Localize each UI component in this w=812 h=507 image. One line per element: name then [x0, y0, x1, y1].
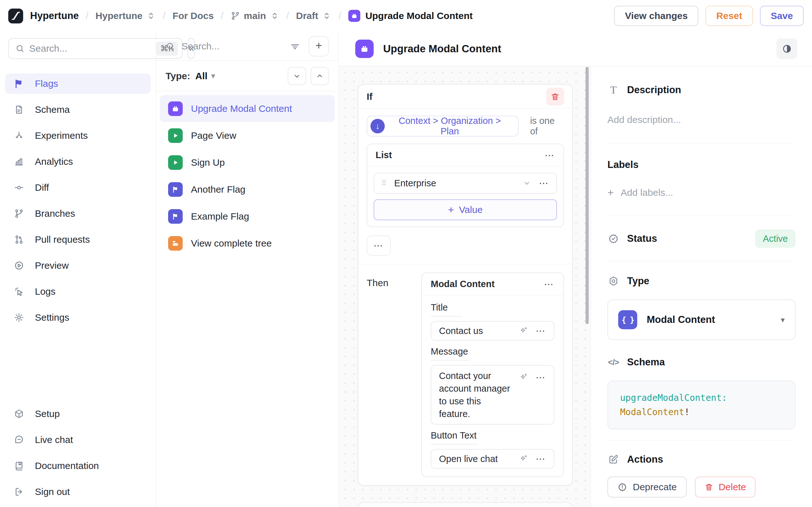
- list-box: List ⋯ ⠿ Enterprise ⋯: [367, 144, 564, 227]
- sidebar-item-label: Logs: [35, 286, 55, 297]
- sidebar-item-label: Diff: [35, 182, 49, 193]
- schema-section: </> Schema upgradeModalContent: ModalCon…: [607, 340, 796, 441]
- brand-title[interactable]: Hypertune: [30, 10, 79, 21]
- sidebar-item-flags[interactable]: Flags: [5, 73, 151, 94]
- toggle-panel-button[interactable]: [776, 38, 798, 59]
- sidebar: ⌘K « Flags Schema Experiments: [0, 32, 156, 507]
- condition-path: Context > Organization > Plan: [390, 116, 510, 136]
- field-more-button[interactable]: ⋯: [536, 373, 546, 382]
- add-value-button[interactable]: + Value: [374, 199, 557, 220]
- flag-item-sign-up[interactable]: Sign Up: [160, 149, 335, 176]
- ai-suggest-button[interactable]: [519, 326, 528, 336]
- deprecate-button[interactable]: Deprecate: [607, 476, 687, 498]
- add-labels-button[interactable]: + Add labels...: [607, 186, 673, 199]
- breadcrumb-branch[interactable]: main: [231, 10, 280, 21]
- condition-field[interactable]: ↓ Context > Organization > Plan: [367, 116, 519, 136]
- diff-commit-icon: [13, 182, 25, 193]
- caret-down-icon: ▾: [780, 315, 785, 325]
- button-text-input[interactable]: Open live chat ⋯: [431, 449, 554, 469]
- title-input[interactable]: Contact us ⋯: [431, 321, 554, 341]
- save-button[interactable]: Save: [760, 6, 804, 26]
- sidebar-item-settings[interactable]: Settings: [5, 307, 151, 328]
- field-more-button[interactable]: ⋯: [536, 326, 546, 336]
- flag-item-upgrade-modal-content[interactable]: Upgrade Modal Content: [160, 95, 335, 122]
- text-icon: T: [607, 84, 619, 96]
- type-select[interactable]: { } Modal Content ▾: [607, 299, 796, 340]
- sidebar-search-input[interactable]: [29, 43, 152, 54]
- if-label: If: [367, 91, 372, 102]
- edit-icon: [607, 454, 619, 465]
- sidebar-item-logs[interactable]: Logs: [5, 281, 151, 302]
- message-input[interactable]: Contact your account manager to use this…: [431, 365, 554, 425]
- breadcrumb-current-page: Upgrade Modal Content: [348, 10, 473, 22]
- field-message: Message Contact your account manager to …: [431, 346, 554, 425]
- field-value: Open live chat: [439, 454, 511, 464]
- sidebar-item-sign-out[interactable]: Sign out: [5, 482, 151, 502]
- sidebar-item-analytics[interactable]: Analytics: [5, 152, 151, 172]
- canvas-scrollbar[interactable]: [586, 67, 589, 324]
- code-icon: </>: [607, 357, 619, 367]
- ai-suggest-button[interactable]: [519, 454, 528, 464]
- breadcrumb-status-label: Draft: [296, 10, 318, 21]
- field-value: Contact your account manager to use this…: [439, 370, 511, 420]
- sidebar-item-label: Preview: [35, 260, 69, 271]
- value-dropdown-button[interactable]: [522, 179, 531, 187]
- then-more-button[interactable]: ⋯: [544, 279, 554, 289]
- flag-item-example-flag[interactable]: Example Flag: [160, 203, 335, 230]
- sidebar-item-setup[interactable]: Setup: [5, 404, 151, 424]
- flags-search-input[interactable]: [182, 41, 281, 52]
- contrast-icon: [782, 44, 792, 54]
- flag-item-another-flag[interactable]: Another Flag: [160, 176, 335, 203]
- topbar-actions: View changes Reset Save: [614, 6, 804, 26]
- list-value: Enterprise: [394, 178, 436, 188]
- sidebar-item-label: Analytics: [35, 156, 73, 167]
- sign-out-icon: [13, 487, 25, 497]
- sidebar-item-experiments[interactable]: Experiments: [5, 125, 151, 146]
- hypertune-logo[interactable]: [8, 9, 23, 23]
- delete-rule-button[interactable]: [546, 88, 564, 106]
- trash-icon: [705, 483, 713, 492]
- field-label: Title: [431, 302, 462, 317]
- sidebar-item-label: Schema: [35, 104, 70, 115]
- breadcrumb-commit-status[interactable]: Draft: [296, 10, 332, 21]
- add-flag-button[interactable]: +: [309, 36, 329, 56]
- view-changes-button[interactable]: View changes: [614, 6, 699, 26]
- drag-handle-icon[interactable]: ⠿: [381, 179, 387, 187]
- sidebar-item-documentation[interactable]: Documentation: [5, 456, 151, 476]
- filter-button[interactable]: [288, 39, 302, 54]
- type-filter-dropdown[interactable]: All ▾: [195, 71, 215, 81]
- value-more-button[interactable]: ⋯: [539, 178, 549, 188]
- add-value-label: Value: [459, 205, 483, 215]
- sparkles-icon: [519, 373, 528, 382]
- git-branch-icon: [231, 11, 240, 20]
- flag-item-label: Page View: [191, 130, 236, 141]
- sidebar-item-diff[interactable]: Diff: [5, 177, 151, 198]
- breadcrumb-separator: /: [338, 10, 342, 21]
- modal-glyph-icon: [351, 12, 358, 19]
- breadcrumb-section[interactable]: For Docs: [172, 10, 214, 21]
- breadcrumb-project[interactable]: Hypertune: [96, 10, 156, 21]
- field-value: Contact us: [439, 326, 511, 336]
- sidebar-item-schema[interactable]: Schema: [5, 100, 151, 120]
- type-filter-value: All: [195, 71, 207, 81]
- description-placeholder[interactable]: Add description...: [607, 114, 796, 125]
- flag-icon: [168, 209, 183, 224]
- flag-item-view-complete-tree[interactable]: View complete tree: [160, 230, 335, 257]
- sidebar-item-pull-requests[interactable]: Pull requests: [5, 229, 151, 250]
- field-more-button[interactable]: ⋯: [536, 454, 546, 464]
- sidebar-item-branches[interactable]: Branches: [5, 204, 151, 224]
- list-more-button[interactable]: ⋯: [545, 151, 555, 160]
- sidebar-item-preview[interactable]: Preview: [5, 256, 151, 276]
- collapse-all-button[interactable]: [288, 67, 306, 85]
- condition-more-button[interactable]: ⋯: [367, 235, 391, 256]
- breadcrumb-separator: /: [162, 10, 166, 21]
- reset-button[interactable]: Reset: [705, 6, 753, 26]
- flag-item-page-view[interactable]: Page View: [160, 122, 335, 149]
- ai-suggest-button[interactable]: [519, 373, 528, 382]
- delete-button[interactable]: Delete: [695, 476, 756, 498]
- operator-label: is one of: [530, 116, 564, 136]
- labels-section: Labels + Add labels...: [607, 143, 796, 216]
- expand-all-button[interactable]: [310, 67, 329, 85]
- sparkles-icon: [519, 454, 528, 464]
- sidebar-item-live-chat[interactable]: Live chat: [5, 430, 151, 450]
